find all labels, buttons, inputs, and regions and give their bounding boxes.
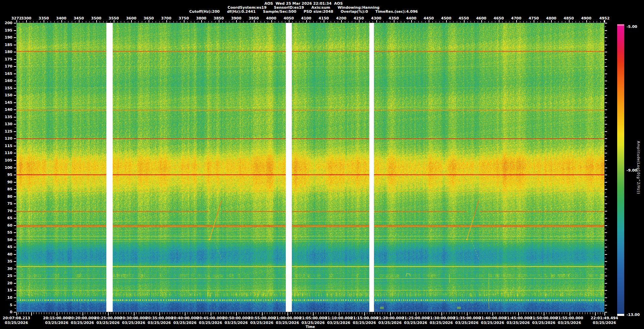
left-axis-tick-label: 155	[0, 86, 12, 90]
right-axis-tick	[605, 135, 606, 135]
left-axis-tick	[14, 153, 16, 153]
left-axis-tick	[14, 23, 16, 23]
time-axis-tick	[490, 312, 490, 314]
time-axis-tick	[285, 312, 285, 314]
time-axis-tick	[180, 312, 180, 314]
left-axis-tick	[14, 203, 16, 204]
time-axis-date-label: 03/25/2026	[481, 321, 504, 325]
left-axis-tick-label: 200	[0, 21, 12, 25]
right-axis-tick	[605, 92, 606, 92]
right-axis-tick	[605, 81, 607, 81]
left-axis-tick	[15, 229, 16, 229]
top-axis-tick	[576, 21, 576, 22]
top-axis-tick	[65, 21, 65, 22]
time-axis-tick	[223, 312, 224, 314]
left-axis-tick	[14, 37, 16, 38]
right-axis-tick	[605, 294, 606, 294]
top-axis-tick	[366, 21, 366, 22]
right-axis-tick	[605, 247, 607, 247]
time-axis-date-label: 03/25/2026	[225, 321, 248, 325]
time-axis-tick	[352, 312, 352, 314]
left-axis-tick	[15, 156, 16, 157]
top-axis-tick	[282, 21, 282, 22]
left-axis-tick	[14, 66, 16, 67]
top-axis-tick	[114, 20, 114, 22]
time-axis-tick	[546, 312, 547, 314]
time-axis-tick	[203, 312, 203, 314]
top-axis-tick	[159, 21, 160, 22]
top-axis-tick	[583, 21, 583, 22]
time-axis-time-label: 21:00:00.000	[274, 316, 301, 320]
left-axis-tick	[15, 272, 16, 273]
time-axis-tick	[585, 312, 585, 314]
time-axis-tick	[536, 312, 536, 314]
top-axis-tick-label: 3650	[144, 16, 154, 20]
time-axis-tick	[480, 312, 480, 314]
top-axis-tick	[170, 21, 170, 22]
right-axis-tick	[605, 207, 606, 207]
top-axis-tick-label: 3450	[73, 16, 84, 20]
left-axis-tick	[15, 27, 16, 27]
top-axis-tick	[212, 21, 212, 22]
top-axis-tick	[292, 21, 292, 22]
time-axis-date-label: 03/25/2026	[378, 321, 401, 325]
time-axis-date-label: 03/25/2026	[455, 321, 478, 325]
right-axis-tick	[605, 214, 606, 215]
left-axis-tick	[14, 81, 16, 81]
time-axis-tick	[236, 312, 237, 316]
time-axis-tick	[482, 312, 483, 314]
top-axis-tick-label: 3900	[231, 16, 241, 20]
colorbar-gradient	[617, 26, 624, 314]
time-axis-tick	[116, 312, 116, 314]
top-axis-tick	[79, 20, 79, 22]
right-axis-tick	[605, 102, 607, 103]
time-axis-tick	[498, 312, 498, 314]
top-axis-tick-label: 3700	[161, 16, 171, 20]
left-axis-tick	[15, 77, 16, 77]
top-axis-tick	[303, 21, 303, 22]
top-axis-tick	[439, 21, 440, 22]
time-axis-tick	[213, 312, 213, 314]
left-axis-tick	[15, 135, 16, 135]
time-axis-tick	[375, 312, 375, 314]
time-axis-date-label: 03/25/2026	[5, 321, 28, 325]
right-axis-tick	[605, 196, 607, 197]
colorbar-label-min: -13.00	[627, 313, 640, 317]
top-axis-tick	[229, 21, 229, 22]
top-axis-tick	[166, 20, 167, 22]
left-axis-tick	[15, 142, 16, 142]
top-axis-tick	[478, 21, 478, 22]
top-axis-tick	[495, 21, 495, 22]
top-axis-tick	[520, 21, 520, 22]
top-axis-tick	[180, 21, 180, 22]
top-axis-tick	[541, 21, 541, 22]
left-axis-tick	[15, 294, 16, 294]
top-axis-tick	[401, 21, 401, 22]
left-axis-tick-label: 90	[0, 180, 12, 184]
time-axis-tick	[159, 312, 160, 316]
time-axis-time-label: 20:50:00.000	[222, 316, 250, 320]
top-axis-tick	[264, 21, 265, 22]
top-axis-tick	[156, 21, 156, 22]
time-axis-date-label: 03/25/2026	[148, 321, 171, 325]
top-axis-tick	[261, 21, 261, 22]
time-axis-tick	[75, 312, 75, 314]
spectrogram-canvas[interactable]	[16, 23, 604, 312]
time-axis-time-label: 20:35:00.000	[146, 316, 173, 320]
time-axis-tick	[157, 312, 157, 314]
time-axis-tick	[162, 312, 162, 314]
top-axis-tick	[572, 21, 573, 22]
top-axis-tick	[394, 20, 394, 22]
time-axis-tick	[441, 312, 442, 316]
top-axis-tick	[345, 21, 345, 22]
left-axis-tick-label: 105	[0, 158, 12, 162]
right-axis-tick	[605, 156, 606, 157]
time-axis-tick	[387, 312, 388, 314]
time-axis-tick	[121, 312, 121, 314]
top-axis-tick	[443, 21, 443, 22]
time-axis-tick	[193, 312, 193, 314]
top-axis-tick	[509, 21, 509, 22]
time-axis-tick	[513, 312, 514, 314]
time-axis-tick	[336, 312, 336, 314]
left-axis-tick	[15, 164, 16, 164]
